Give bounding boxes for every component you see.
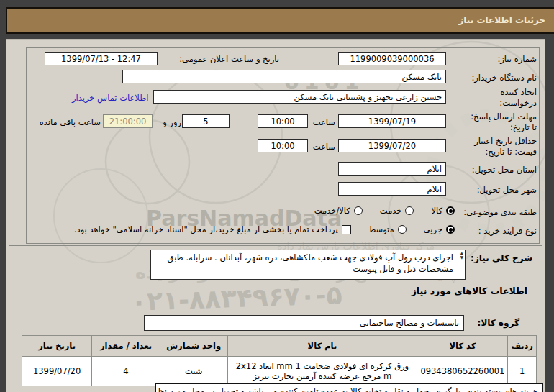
radio-goods-service[interactable] [354,206,363,215]
goods-section-title: اطلاعات کالاهاي مورد نیاز [412,286,527,296]
radio-goods-label: کالا [431,206,442,216]
radio-goods[interactable] [446,206,455,215]
deadline-time-field[interactable]: 10:00 [258,114,308,128]
validity-date-field[interactable]: 1399/07/20 [338,139,446,152]
validity-time-field[interactable]: 10:00 [258,139,308,152]
buyer-contact-link[interactable]: اطلاعات تماس خریدار [72,93,149,103]
col-row: ردیف [508,336,537,357]
cell-need-date: 1399/07/20 [22,357,92,386]
table-row: 1 0934380652260001 ورق کرکره ای فولادی ض… [22,357,537,386]
bottom-note-box: هزینه های بسته بندی، بارگیری، حمل و نقل … [155,383,543,392]
page-title-bar: جزئیات اطلاعات نیاز [6,7,554,34]
goods-table-header-row: ردیف کد کالا نام کالا واحد شمارش تعداد /… [22,336,537,357]
col-item-name: نام کالا [227,336,417,357]
general-description-text: اجرای درب رول آپ فولادی جهت شعب ملکشاهی،… [168,252,453,274]
cell-quantity: 4 [92,357,160,386]
cell-row-number: 1 [508,357,537,386]
treasury-checkbox[interactable] [342,225,351,234]
page-title: جزئیات اطلاعات نیاز [458,15,545,25]
radio-medium[interactable] [398,225,407,234]
textarea-scroll-arrows[interactable]: ▲▼ [460,251,463,260]
process-option-partial: جزیی [424,224,455,234]
purchase-process-label: نوع فرآیند خرید : [478,226,537,237]
radio-goods-service-label: کالا/خدمت [314,206,350,216]
price-validity-label: حداقل تاریخ اعتبار قیمت: تا تاریخ: [474,136,537,158]
deadline-hour-label: ساعت [313,117,335,128]
col-unit: واحد شمارش [160,336,227,357]
goods-table: ردیف کد کالا نام کالا واحد شمارش تعداد /… [22,335,537,386]
buyer-org-label: نام دستگاه خریدار: [471,73,537,83]
validity-hour-label: ساعت [313,142,335,152]
request-creator-field[interactable]: حسین زارعی تجهیز و پشتیبانی بانک مسکن [153,90,446,104]
process-option-medium: متوسط [368,224,407,234]
response-deadline-label: مهلت ارسال پاسخ: تا تاریخ: [471,111,537,133]
goods-group-field[interactable]: تاسیسات و مصالح ساختمانی [144,315,464,331]
radio-medium-label: متوسط [368,224,394,234]
bottom-note-text: هزینه های بسته بندی، بارگیری، حمل و نقل … [155,386,537,392]
col-quantity: تعداد / مقدار [92,336,160,357]
goods-group-label: گروه کالا: [478,318,519,329]
days-and-label: روز و [163,117,181,128]
cell-item-code: 0934380652260001 [417,357,508,386]
buyer-org-field[interactable]: بانک مسکن [122,70,446,83]
cell-item-name: ورق کرکره ای فولادی ضخامت 1 mm ابعاد 2x1… [227,357,417,386]
treasury-checkbox-label: پرداخت تمام یا بخشی از مبلغ خرید،از محل … [74,224,338,234]
need-number-field[interactable]: 1199009039000036 [338,52,446,65]
radio-partial[interactable] [446,225,455,234]
purchase-process-options: جزیی متوسط پرداخت تمام یا بخشی از مبلغ خ… [74,224,455,234]
classification-option-goods: کالا [431,206,455,216]
classification-label: طبقه بندی موضوعی: [463,207,537,218]
need-number-label: شماره نیاز: [497,54,537,65]
general-description-textarea[interactable]: ▲▼ اجرای درب رول آپ فولادی جهت شعب ملکشا… [150,250,466,280]
window: جزئیات اطلاعات نیاز 0101 ParsNamadData م… [0,0,554,392]
col-need-date: تاریخ نیاز [22,336,92,357]
classification-option-goods-service: کالا/خدمت [314,206,363,216]
remaining-days-field[interactable]: 5 [182,114,230,128]
treasury-payment-option: پرداخت تمام یا بخشی از مبلغ خرید،از محل … [74,224,351,234]
announce-datetime-label: تاریخ و ساعت اعلان عمومی: [179,54,279,65]
announce-datetime-field[interactable]: 1399/07/13 - 12:47 [45,52,158,65]
radio-service-label: خدمت [380,206,402,216]
general-description-label: شرح کلي نیاز: [471,253,532,264]
delivery-province-field[interactable]: ایلام [338,162,446,176]
cell-unit: شیت [160,357,227,386]
radio-service[interactable] [405,206,414,215]
delivery-city-label: شهر محل تحویل: [477,185,537,196]
classification-options: کالا خدمت کالا/خدمت [314,206,455,216]
delivery-city-field[interactable]: ایلام [338,182,446,196]
countdown-timer-field: 21:00:00 [103,114,153,128]
radio-partial-label: جزیی [424,224,442,234]
deadline-date-field[interactable]: 1399/07/19 [338,114,446,128]
delivery-province-label: استان محل تحویل: [472,165,537,176]
col-item-code: کد کالا [417,336,508,357]
request-creator-label: ایجاد کننده درخواست: [499,87,537,109]
classification-option-service: خدمت [380,206,414,216]
hours-remaining-label: ساعت باقی مانده [40,117,101,128]
